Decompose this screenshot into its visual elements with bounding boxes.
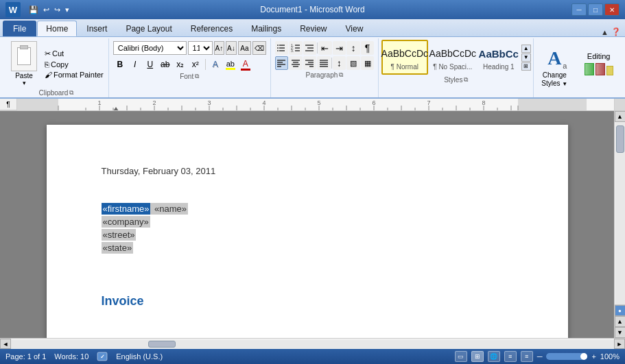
paragraph-expand-icon[interactable]: ⧉ xyxy=(339,71,343,79)
tab-mailings[interactable]: Mailings xyxy=(242,21,290,36)
zoom-thumb[interactable] xyxy=(580,353,587,360)
web-layout-btn[interactable]: 🌐 xyxy=(488,351,500,362)
font-size-select[interactable]: 11 xyxy=(188,41,213,55)
undo-quick-btn[interactable]: ↩ xyxy=(42,5,51,15)
tab-file[interactable]: File xyxy=(3,21,36,36)
text-highlight-button[interactable]: ab xyxy=(224,58,237,71)
scroll-bottom-controls: ● ▲ ▼ xyxy=(615,304,626,338)
zoom-slider[interactable] xyxy=(546,353,587,360)
underline-button[interactable]: U xyxy=(143,58,157,71)
align-right-button[interactable] xyxy=(303,56,317,70)
strikethrough-button[interactable]: ab xyxy=(158,58,172,71)
multilevel-list-button[interactable] xyxy=(303,41,317,55)
draft-btn[interactable]: ≡ xyxy=(521,351,533,362)
style-heading1-swatch[interactable]: AaBbCc Heading 1 xyxy=(477,40,520,74)
street-field[interactable]: «street» xyxy=(102,229,137,241)
scroll-track-horizontal[interactable] xyxy=(11,340,614,348)
zoom-plus-btn[interactable]: + xyxy=(591,352,595,361)
decrease-indent-button[interactable]: ⇤ xyxy=(318,41,332,55)
bullets-button[interactable] xyxy=(275,41,289,55)
cut-button[interactable]: ✂ Cut xyxy=(43,49,106,59)
tab-review[interactable]: Review xyxy=(291,21,335,36)
tab-view[interactable]: View xyxy=(337,21,373,36)
page-container[interactable]: Thursday, February 03, 2011 «firstname» … xyxy=(0,111,614,338)
sort-button[interactable]: ↕ xyxy=(346,41,360,55)
page-info: Page: 1 of 1 xyxy=(5,352,46,361)
zoom-level[interactable]: 100% xyxy=(600,352,620,361)
superscript-button[interactable]: x² xyxy=(189,58,202,71)
full-screen-btn[interactable]: ⊞ xyxy=(471,351,484,362)
style-no-spacing-swatch[interactable]: AaBbCcDc ¶ No Spaci... xyxy=(429,40,476,74)
decrease-font-size-btn[interactable]: A↓ xyxy=(226,41,237,55)
vertical-scrollbar: ▲ ● ▲ ▼ xyxy=(614,111,625,338)
align-center-button[interactable] xyxy=(289,56,303,70)
style-normal-swatch[interactable]: AaBbCcDc ¶ Normal xyxy=(381,40,428,75)
state-field[interactable]: «state» xyxy=(102,242,134,254)
paragraph-group: 1.2.3. ⇤ ⇥ ↕ ¶ xyxy=(271,38,379,97)
clear-formatting-btn[interactable]: ⌫ xyxy=(252,41,266,55)
tab-home[interactable]: Home xyxy=(37,21,77,36)
borders-button[interactable]: ▦ xyxy=(361,56,375,70)
scroll-right-arrow[interactable]: ► xyxy=(614,339,625,349)
address-line-3: «street» xyxy=(102,230,513,240)
tab-insert[interactable]: Insert xyxy=(78,21,116,36)
address-line-1: «firstname» «name» xyxy=(102,204,513,214)
numbering-button[interactable]: 1.2.3. xyxy=(289,41,303,55)
company-field[interactable]: «company» xyxy=(102,216,150,228)
print-layout-btn[interactable]: ▭ xyxy=(455,351,467,362)
paste-dropdown-icon[interactable]: ▾ xyxy=(23,80,26,86)
change-case-btn[interactable]: Aa xyxy=(238,41,251,55)
help-expand-btn[interactable]: ▲ xyxy=(601,28,609,36)
editing-button[interactable]: Editing xyxy=(579,48,619,77)
close-button[interactable]: ✕ xyxy=(604,3,620,16)
status-left: Page: 1 of 1 Words: 10 ✓ English (U.S.) xyxy=(5,352,163,361)
justify-button[interactable] xyxy=(317,56,331,70)
minimize-button[interactable]: ─ xyxy=(571,3,587,16)
bullets-icon xyxy=(276,43,287,53)
save-quick-btn[interactable]: 💾 xyxy=(27,5,40,15)
tab-page-layout[interactable]: Page Layout xyxy=(117,21,180,36)
styles-expand[interactable]: ⊞ xyxy=(521,62,531,71)
name-field[interactable]: «name» xyxy=(150,203,188,215)
font-expand-icon[interactable]: ⧉ xyxy=(195,73,199,80)
copy-button[interactable]: ⎘ Copy xyxy=(43,60,106,69)
clipboard-expand-icon[interactable]: ⧉ xyxy=(69,89,73,97)
qa-dropdown-btn[interactable]: ▾ xyxy=(64,5,71,15)
scroll-thumb-horizontal[interactable] xyxy=(148,341,176,348)
scroll-thumb-vertical[interactable] xyxy=(616,125,624,153)
redo-quick-btn[interactable]: ↪ xyxy=(53,5,62,15)
italic-button[interactable]: I xyxy=(128,58,142,71)
help-btn[interactable]: ❓ xyxy=(611,27,621,36)
show-formatting-button[interactable]: ¶ xyxy=(361,41,375,55)
maximize-button[interactable]: □ xyxy=(588,3,603,16)
paste-button[interactable]: Paste ▾ xyxy=(7,40,41,88)
bold-button[interactable]: B xyxy=(113,58,127,71)
styles-scroll-up[interactable]: ▲ xyxy=(521,45,531,53)
subscript-button[interactable]: x₂ xyxy=(174,58,187,71)
zoom-minus-btn[interactable]: ─ xyxy=(537,352,543,361)
increase-font-size-btn[interactable]: A↑ xyxy=(214,41,225,55)
text-effects-button[interactable]: A xyxy=(209,58,222,71)
spell-check-icon[interactable]: ✓ xyxy=(97,352,108,361)
styles-scroll-down[interactable]: ▼ xyxy=(521,53,531,62)
increase-indent-button[interactable]: ⇥ xyxy=(333,41,346,55)
change-styles-button[interactable]: A a Change Styles ▼ xyxy=(539,44,570,89)
prev-page-btn[interactable]: ▲ xyxy=(615,316,626,327)
line-spacing-button[interactable]: ↕ xyxy=(333,56,346,70)
format-painter-button[interactable]: 🖌 Format Painter xyxy=(43,70,106,80)
styles-expand-icon[interactable]: ⧉ xyxy=(464,76,468,84)
ruler-corner-btn[interactable]: ¶ xyxy=(0,99,17,110)
select-browse-btn[interactable]: ● xyxy=(615,305,626,316)
shading-button[interactable]: ▧ xyxy=(346,56,360,70)
tab-references[interactable]: References xyxy=(182,21,241,36)
font-color-button[interactable]: A xyxy=(239,58,252,71)
font-family-select[interactable]: Calibri (Body) xyxy=(113,41,187,55)
scroll-track-vertical[interactable] xyxy=(615,122,625,304)
firstname-field[interactable]: «firstname» xyxy=(102,203,151,215)
scroll-up-arrow[interactable]: ▲ xyxy=(615,111,626,122)
next-page-btn[interactable]: ▼ xyxy=(615,327,626,338)
justify-icon xyxy=(318,58,329,69)
outline-btn[interactable]: ≡ xyxy=(504,351,517,362)
align-left-button[interactable] xyxy=(275,56,289,70)
scroll-left-arrow[interactable]: ◄ xyxy=(0,339,11,349)
